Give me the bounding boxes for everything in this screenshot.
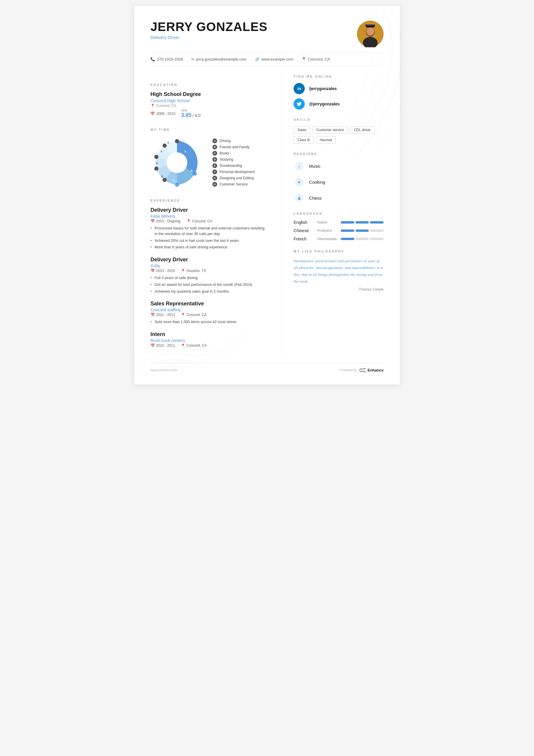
lang-english-name: English	[293, 220, 317, 225]
job-1: Delivery Driver Kasa delivery 📅 2015 - O…	[150, 207, 267, 250]
lang-french-level: Intermediate	[317, 237, 341, 241]
passion-cooking: ♥ Cooking	[293, 176, 384, 188]
job-2: Delivery Driver Zulily 📅 2013 - 2015 📍 H…	[150, 256, 267, 294]
job-2-company: Zulily	[150, 263, 267, 268]
bullet: More than 6 years of safe driving experi…	[150, 245, 267, 250]
svg-text:D: D	[161, 175, 164, 178]
contact-location: 📍 Concord, CA	[301, 57, 330, 62]
web-icon: 🔗	[255, 57, 260, 62]
job-4-meta: 📅 2010 - 2011 📍 Concord, CA	[150, 343, 267, 348]
job-3-location: 📍 Concord, CA	[181, 313, 207, 317]
legend-item-e: E Snowboarding	[213, 163, 255, 168]
pin-icon: 📍	[187, 219, 191, 223]
legend-item-f: F Personal development	[213, 170, 255, 174]
lang-english-level: Native	[317, 220, 341, 225]
job-2-bullets: Full 3 years of safe driving Got an awar…	[150, 275, 267, 294]
lang-english: English Native	[293, 220, 384, 225]
legend-item-c: C Books	[213, 151, 255, 156]
calendar-icon: 📅	[150, 269, 155, 273]
contact-phone: 📞 370-1020-3328	[150, 57, 183, 62]
my-time-section: A B C D E F G H	[150, 136, 267, 190]
job-4: Intern Rush truck centers 📅 2010 - 2011 …	[150, 331, 267, 348]
right-column: FIND ME ONLINE in /jerrygonzales @jerryg…	[281, 75, 384, 354]
svg-point-19	[154, 167, 159, 171]
job-1-title: Delivery Driver	[150, 207, 267, 213]
social-linkedin: in /jerrygonzales	[293, 83, 384, 94]
job-1-dates: 📅 2015 - Ongoing	[150, 219, 181, 223]
lang-french-name: French	[293, 236, 317, 241]
linkedin-handle: /jerrygonzales	[309, 86, 337, 91]
calendar-icon: 📅	[150, 219, 155, 223]
bullet: Achieved my quarterly sales goal in 2 mo…	[150, 289, 267, 294]
pin-icon: 📍	[181, 343, 185, 348]
job-1-company: Kasa delivery	[150, 214, 267, 219]
skills-section-title: SKILLS	[293, 118, 384, 122]
legend-item-g: G Designing and Editing	[213, 176, 255, 180]
edu-degree: High School Degree	[150, 91, 267, 97]
edu-gpa: GPA 3.85 / 4.0	[181, 109, 201, 119]
header-left: JERRY GONZALES Delivery Driver	[150, 21, 267, 40]
legend-item-d: D Studying	[213, 157, 255, 162]
job-1-bullets: Processed issues for both internal and e…	[150, 226, 267, 250]
pin-icon: 📍	[150, 104, 155, 108]
svg-text:♥: ♥	[298, 180, 300, 185]
calendar-icon: 📅	[150, 112, 155, 116]
cooking-icon: ♥	[293, 176, 305, 188]
passions-section-title: PASSIONS	[293, 152, 384, 156]
bullet: Processed issues for both internal and e…	[150, 226, 267, 237]
lang-chinese: Chinese Proficient	[293, 228, 384, 233]
lang-chinese-level: Proficient	[317, 229, 341, 233]
job-1-meta: 📅 2015 - Ongoing 📍 Concord, CA	[150, 219, 267, 223]
pie-chart: A B C D E F G H	[150, 136, 204, 190]
job-3-meta: 📅 2011 - 2013 📍 Concord, CA	[150, 313, 267, 317]
philosophy-quote: Permanence, perseverance and persistence…	[293, 258, 384, 285]
brand-name: Enhancv	[368, 368, 384, 372]
location-icon: 📍	[301, 57, 306, 62]
edu-school: Concord High School	[150, 98, 267, 103]
philosophy-author: Thomas Carlyle	[293, 287, 384, 291]
svg-text:B: B	[191, 169, 193, 172]
svg-point-20	[154, 155, 159, 159]
passion-music: ♪ Music	[293, 160, 384, 172]
bullet: Got an award for best performance of the…	[150, 282, 267, 288]
bullet: Full 3 years of safe driving	[150, 275, 267, 281]
job-2-meta: 📅 2013 - 2015 📍 Houston, TX	[150, 269, 267, 273]
passion-chess-label: Chess	[309, 196, 321, 201]
job-4-location: 📍 Concord, CA	[181, 343, 207, 348]
svg-text:A: A	[184, 150, 187, 153]
chess-icon: ♟	[293, 192, 305, 203]
passion-chess: ♟ Chess	[293, 192, 384, 203]
skill-cdl: CDL driver	[350, 126, 375, 134]
contact-bar: 📞 370-1020-3328 ✉ jerry.gonzales@example…	[150, 53, 384, 66]
svg-point-21	[163, 144, 167, 148]
passion-music-label: Music	[309, 164, 320, 169]
svg-point-15	[175, 139, 179, 143]
lang-english-bar	[341, 221, 384, 224]
job-3-dates: 📅 2011 - 2013	[150, 313, 175, 317]
svg-point-18	[163, 178, 167, 182]
legend-item-a: A Driving	[213, 139, 255, 143]
svg-text:C: C	[173, 179, 175, 182]
philosophy-section-title: MY LIFE PHILOSOPHY	[293, 250, 384, 253]
skill-hazmat: Hazmat	[316, 136, 336, 144]
svg-point-17	[175, 183, 179, 187]
footer: www.enhancv.com Powered by Enhancv	[150, 363, 384, 373]
job-3-bullets: Sold more than 1,500 items across 42 loc…	[150, 319, 267, 325]
svg-text:G: G	[167, 141, 169, 144]
resume-document: JERRY GONZALES Delivery Driver 📞 370-1	[134, 6, 400, 385]
powered-by-label: Powered by	[340, 368, 357, 372]
pie-legend: A Driving B Friends and Family C Books	[213, 139, 255, 188]
skill-class-b: Class B	[293, 136, 313, 144]
job-4-title: Intern	[150, 331, 267, 338]
lang-french: French Intermediate	[293, 236, 384, 241]
left-column: EDUCATION High School Degree Concord Hig…	[150, 75, 267, 354]
calendar-icon: 📅	[150, 343, 155, 348]
legend-item-b: B Friends and Family	[213, 145, 255, 149]
lang-french-bar	[341, 238, 384, 240]
svg-point-6	[167, 152, 187, 173]
job-2-dates: 📅 2013 - 2015	[150, 269, 175, 273]
job-title: Delivery Driver	[150, 35, 267, 40]
languages-section-title: LANGUAGES	[293, 212, 384, 215]
candidate-name: JERRY GONZALES	[150, 21, 267, 33]
calendar-icon: 📅	[150, 313, 155, 317]
